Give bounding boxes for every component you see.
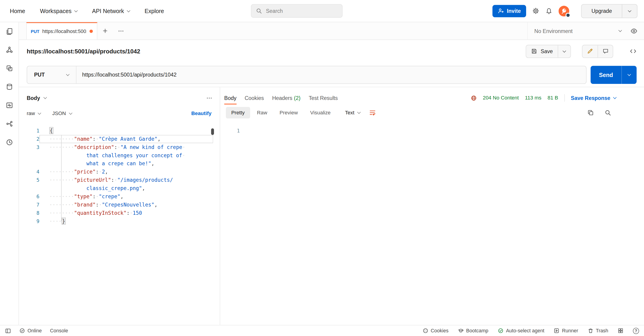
- editor-scrollbar-thumb[interactable]: [211, 128, 214, 135]
- chevron-down-icon: [74, 9, 78, 12]
- plus-icon: [102, 28, 108, 34]
- request-pane-options-button[interactable]: [206, 95, 212, 101]
- console-button[interactable]: Console: [50, 328, 68, 333]
- environment-selector[interactable]: No Environment: [534, 28, 621, 34]
- view-tab-raw[interactable]: Raw: [252, 107, 272, 118]
- edit-comment-group: [582, 45, 613, 58]
- nav-api-network[interactable]: API Network: [92, 8, 130, 14]
- format-dropdown[interactable]: Text: [345, 110, 360, 115]
- tab-title: https://localhost:5001/: [42, 29, 87, 34]
- online-label: Online: [28, 328, 42, 333]
- environment-label: No Environment: [534, 28, 572, 34]
- response-tab-headers-label: Headers: [272, 95, 292, 101]
- sidebar-item-apis[interactable]: [6, 46, 13, 53]
- status-bar-left: Online Console: [5, 327, 68, 334]
- language-dropdown[interactable]: JSON: [52, 111, 72, 116]
- save-response-button[interactable]: Save Response: [571, 95, 616, 101]
- comment-button[interactable]: [598, 45, 613, 58]
- nav-explore[interactable]: Explore: [145, 8, 164, 14]
- request-section-dropdown[interactable]: Body: [27, 95, 46, 101]
- send-options-button[interactable]: [622, 66, 637, 84]
- save-options-button[interactable]: [558, 45, 570, 58]
- request-section-row: Body: [19, 91, 220, 104]
- copy-response-button[interactable]: [587, 109, 594, 116]
- sidebar-item-flows[interactable]: [6, 120, 13, 127]
- trash-button[interactable]: Trash: [588, 328, 608, 333]
- nav-home[interactable]: Home: [10, 8, 25, 14]
- code-snippet-button[interactable]: [630, 48, 637, 55]
- new-tab-button[interactable]: [97, 22, 113, 39]
- response-tab-test-results[interactable]: Test Results: [304, 91, 342, 104]
- code-line: 5········"pictureUrl":·"/images/products…: [19, 176, 220, 184]
- rename-button[interactable]: [582, 45, 598, 58]
- global-search-input[interactable]: Search: [251, 4, 342, 18]
- send-button[interactable]: Send: [591, 66, 622, 84]
- request-body-editor[interactable]: 1{2········"name":·"Crèpe Avant Garde",3…: [19, 123, 220, 325]
- request-actions: Save: [526, 45, 637, 58]
- method-label: PUT: [34, 72, 45, 78]
- save-split-button: Save: [526, 45, 571, 58]
- response-tab-cookies[interactable]: Cookies: [240, 91, 268, 104]
- apis-icon: [6, 46, 13, 53]
- online-status[interactable]: Online: [19, 328, 42, 333]
- code-line: 6········"type":·"crepe",: [19, 193, 220, 201]
- chevron-down-icon: [618, 29, 622, 32]
- indent-guide: [61, 135, 62, 221]
- response-tab-body[interactable]: Body: [220, 91, 240, 104]
- response-size[interactable]: 81 B: [548, 95, 558, 101]
- response-meta: 204 No Content 113 ms 81 B Save Response: [470, 94, 636, 102]
- nav-workspaces[interactable]: Workspaces: [40, 8, 77, 14]
- cookies-button[interactable]: Cookies: [422, 328, 448, 333]
- environment-quick-look-button[interactable]: [630, 27, 638, 34]
- pencil-icon: [587, 48, 593, 54]
- toggle-sidebar-button[interactable]: [5, 327, 11, 334]
- sidebar-item-history[interactable]: [6, 139, 13, 146]
- view-tab-pretty[interactable]: Pretty: [226, 107, 250, 118]
- avatar[interactable]: [559, 6, 570, 16]
- left-rail: [0, 22, 19, 325]
- wrap-lines-button[interactable]: [369, 109, 376, 116]
- network-globe-icon[interactable]: [470, 95, 477, 101]
- upgrade-button[interactable]: Upgrade: [582, 4, 622, 18]
- two-pane-view-button[interactable]: [618, 328, 624, 333]
- request-url-title: https://localhost:5001/api/products/1042: [27, 48, 140, 55]
- headers-count-badge: (2): [294, 95, 301, 101]
- monitors-icon: [6, 102, 13, 109]
- invite-user-icon: [498, 8, 504, 14]
- agent-selector-button[interactable]: Auto-select agent: [498, 328, 544, 333]
- sidebar-item-collections[interactable]: [6, 28, 13, 35]
- method-selector[interactable]: PUT: [27, 66, 76, 83]
- runner-button[interactable]: Runner: [554, 328, 578, 333]
- response-time[interactable]: 113 ms: [525, 95, 542, 101]
- upgrade-options-button[interactable]: [622, 4, 637, 18]
- header-actions: Invite Upgrade: [492, 4, 637, 18]
- invite-button[interactable]: Invite: [492, 5, 526, 17]
- response-body-editor[interactable]: 1: [220, 121, 644, 325]
- view-tab-visualize[interactable]: Visualize: [305, 107, 336, 118]
- request-pane: Body raw JSON: [19, 87, 220, 325]
- code-line: 8········"quantityInStock":·150: [19, 209, 220, 217]
- help-button[interactable]: ?: [633, 327, 639, 334]
- view-tab-preview[interactable]: Preview: [274, 107, 303, 118]
- sidebar-item-environments[interactable]: [6, 65, 13, 72]
- chevron-down-icon: [357, 110, 361, 114]
- sidebar-item-mock-servers[interactable]: [6, 83, 13, 91]
- sidebar-item-monitors[interactable]: [6, 102, 13, 109]
- response-tab-test-results-label: Test Results: [309, 95, 338, 101]
- runner-icon: [554, 328, 560, 333]
- notifications-button[interactable]: [546, 7, 553, 15]
- save-button[interactable]: Save: [526, 45, 558, 58]
- status-code[interactable]: 204 No Content: [483, 95, 519, 101]
- tab-options-button[interactable]: [113, 22, 128, 39]
- body-type-dropdown[interactable]: raw: [27, 111, 41, 116]
- request-response-split: Body raw JSON: [19, 87, 644, 325]
- bootcamp-button[interactable]: Bootcamp: [458, 328, 488, 333]
- response-tab-headers[interactable]: Headers(2): [268, 91, 304, 104]
- beautify-button[interactable]: Beautify: [191, 111, 212, 116]
- request-tab[interactable]: PUT https://localhost:5001/: [26, 22, 97, 39]
- postman-app: Home Workspaces API Network Explore Sear…: [0, 0, 644, 336]
- response-tab-body-label: Body: [224, 95, 236, 101]
- settings-button[interactable]: [532, 7, 540, 15]
- url-input[interactable]: https://localhost:5001/api/products/1042: [76, 72, 182, 78]
- search-response-button[interactable]: [605, 109, 611, 116]
